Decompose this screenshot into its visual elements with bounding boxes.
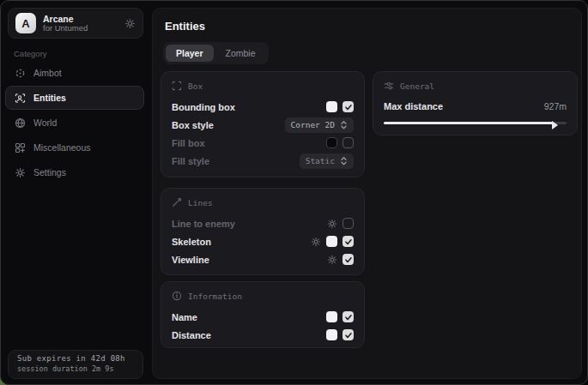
gear-icon[interactable]	[311, 237, 321, 247]
box-style-value: Corner 2D	[291, 120, 335, 129]
chevron-up-down-icon	[340, 120, 348, 130]
sidebar-item-settings[interactable]: Settings	[5, 160, 144, 184]
skeleton-color-swatch[interactable]	[326, 236, 337, 247]
max-distance-value: 927m	[544, 101, 567, 111]
skeleton-label: Skeleton	[172, 237, 211, 247]
box-style-label: Box style	[172, 120, 214, 130]
viewline-label: Viewline	[172, 255, 209, 265]
gear-icon[interactable]	[327, 219, 337, 229]
gear-icon[interactable]	[327, 255, 337, 265]
section-title-box: Box	[188, 81, 203, 91]
information-section-card: Information Name Distance	[161, 281, 365, 348]
sliders-icon	[384, 81, 394, 91]
section-title-general: General	[400, 81, 434, 91]
sidebar-item-label: Miscellaneous	[33, 142, 91, 153]
page-title: Entities	[165, 20, 205, 33]
line-to-enemy-label: Line to enemy	[172, 219, 235, 229]
slider-fill	[384, 122, 553, 124]
fill-style-value: Static	[306, 156, 335, 165]
row-fill-style: Fill style Static	[172, 152, 354, 170]
entity-type-tabs: Player Zombie	[163, 42, 269, 64]
gear-icon[interactable]	[124, 18, 136, 29]
sidebar-item-label: Settings	[33, 167, 66, 177]
tab-player[interactable]: Player	[166, 45, 214, 62]
lines-section-card: Lines Line to enemy Skeleton Viewline	[161, 188, 365, 275]
fill-box-color-swatch[interactable]	[326, 137, 337, 148]
fill-box-checkbox[interactable]	[342, 137, 354, 148]
category-label: Category	[14, 49, 47, 58]
sidebar-item-world[interactable]: World	[5, 111, 144, 135]
bounding-box-checkbox[interactable]	[342, 101, 354, 112]
row-viewline: Viewline	[172, 250, 354, 268]
sidebar-item-label: Aimbot	[33, 68, 62, 78]
sub-expiry-text: Sub expires in 42d 08h	[17, 354, 134, 363]
crosshair-icon	[15, 68, 26, 79]
arcane-menu-window: A Arcane for Untumed Category Aimbot Ent…	[0, 0, 588, 385]
row-name: Name	[172, 308, 354, 326]
box-section-card: Box Bounding box Box style Corner 2D Fil…	[161, 71, 365, 177]
bounding-box-color-swatch[interactable]	[326, 101, 337, 112]
globe-icon	[15, 117, 26, 129]
skeleton-checkbox[interactable]	[342, 236, 354, 247]
distance-color-swatch[interactable]	[326, 329, 337, 340]
row-max-distance: Max distance 927m	[384, 98, 567, 115]
sidebar-item-aimbot[interactable]: Aimbot	[5, 61, 144, 85]
avatar: A	[15, 13, 36, 33]
gear-icon	[15, 167, 26, 178]
name-label: Name	[172, 312, 197, 322]
row-skeleton: Skeleton	[172, 232, 354, 250]
fill-box-label: Fill box	[172, 138, 205, 148]
main-panel: Entities Player Zombie Box Bounding box …	[152, 8, 582, 379]
distance-checkbox[interactable]	[342, 329, 354, 340]
bounding-box-label: Bounding box	[172, 102, 235, 112]
grid-icon	[15, 142, 26, 153]
section-title-lines: Lines	[188, 198, 213, 208]
viewline-checkbox[interactable]	[342, 254, 354, 265]
brand-name: Arcane	[43, 14, 118, 24]
chevron-up-down-icon	[340, 156, 348, 166]
scan-box-icon	[172, 81, 182, 91]
general-section-card: General Max distance 927m	[373, 71, 578, 135]
slider-handle[interactable]	[552, 121, 558, 129]
line-to-enemy-checkbox[interactable]	[342, 218, 354, 229]
brand-card: A Arcane for Untumed	[8, 8, 143, 39]
row-bounding-box: Bounding box	[172, 98, 354, 116]
row-fill-box: Fill box	[172, 134, 354, 152]
sidebar: A Arcane for Untumed Category Aimbot Ent…	[1, 1, 152, 384]
distance-label: Distance	[172, 330, 211, 340]
name-checkbox[interactable]	[342, 311, 354, 322]
fill-style-dropdown[interactable]: Static	[300, 153, 354, 169]
row-box-style: Box style Corner 2D	[172, 116, 354, 134]
name-color-swatch[interactable]	[326, 311, 337, 322]
sidebar-item-label: Entities	[33, 93, 66, 103]
sidebar-item-label: World	[33, 117, 57, 128]
row-line-to-enemy: Line to enemy	[172, 214, 354, 232]
row-distance: Distance	[172, 326, 354, 344]
sidebar-nav: Aimbot Entities World Miscellaneous Sett…	[5, 61, 144, 185]
user-scan-icon	[15, 93, 26, 104]
info-icon	[172, 291, 182, 301]
tab-zombie[interactable]: Zombie	[215, 45, 266, 62]
sidebar-item-miscellaneous[interactable]: Miscellaneous	[5, 135, 144, 159]
brand-subtitle: for Untumed	[43, 24, 118, 33]
subscription-status-card: Sub expires in 42d 08h session duration …	[8, 350, 143, 379]
fill-style-label: Fill style	[172, 156, 209, 166]
box-style-dropdown[interactable]: Corner 2D	[285, 117, 354, 133]
max-distance-slider[interactable]	[384, 119, 567, 126]
sidebar-item-entities[interactable]: Entities	[5, 86, 144, 110]
section-title-information: Information	[188, 292, 242, 301]
max-distance-label: Max distance	[384, 101, 443, 111]
line-icon	[172, 197, 182, 208]
session-duration-text: session duration 2m 9s	[17, 364, 134, 373]
